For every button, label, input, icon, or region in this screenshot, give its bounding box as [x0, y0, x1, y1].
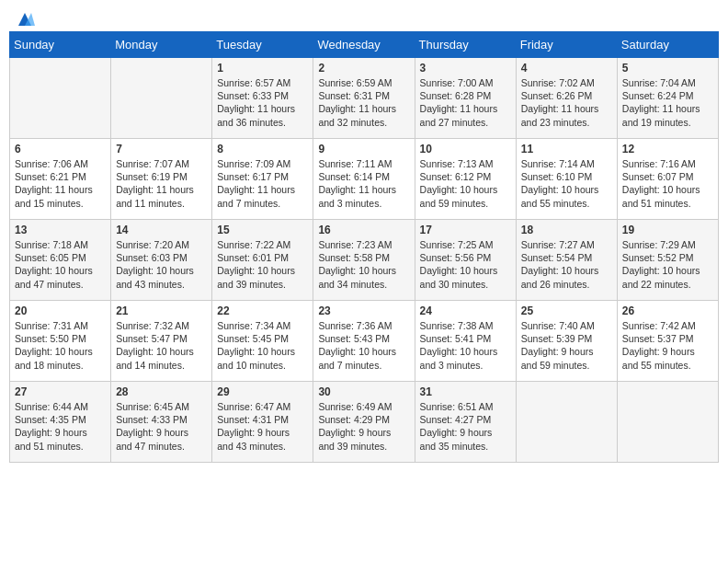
day-info: Sunrise: 7:22 AM Sunset: 6:01 PM Dayligh…	[217, 238, 308, 291]
day-number: 7	[116, 143, 207, 155]
day-info: Sunrise: 7:31 AM Sunset: 5:50 PM Dayligh…	[15, 319, 106, 372]
calendar-cell: 21Sunrise: 7:32 AM Sunset: 5:47 PM Dayli…	[111, 301, 212, 382]
day-info: Sunrise: 6:57 AM Sunset: 6:33 PM Dayligh…	[217, 76, 308, 129]
day-number: 13	[15, 224, 106, 236]
day-info: Sunrise: 7:32 AM Sunset: 5:47 PM Dayligh…	[116, 319, 207, 372]
day-info: Sunrise: 6:59 AM Sunset: 6:31 PM Dayligh…	[318, 76, 409, 129]
calendar-cell: 19Sunrise: 7:29 AM Sunset: 5:52 PM Dayli…	[617, 220, 718, 301]
day-info: Sunrise: 7:27 AM Sunset: 5:54 PM Dayligh…	[521, 238, 612, 291]
calendar-cell: 27Sunrise: 6:44 AM Sunset: 4:35 PM Dayli…	[10, 382, 111, 463]
day-number: 19	[622, 224, 713, 236]
calendar-cell: 16Sunrise: 7:23 AM Sunset: 5:58 PM Dayli…	[313, 220, 415, 301]
calendar-week-row: 27Sunrise: 6:44 AM Sunset: 4:35 PM Dayli…	[10, 382, 719, 463]
day-number: 24	[420, 304, 511, 317]
day-info: Sunrise: 7:02 AM Sunset: 6:26 PM Dayligh…	[521, 76, 612, 129]
day-info: Sunrise: 7:13 AM Sunset: 6:12 PM Dayligh…	[420, 157, 511, 210]
day-number: 6	[15, 143, 106, 155]
calendar-table: SundayMondayTuesdayWednesdayThursdayFrid…	[9, 31, 719, 463]
day-info: Sunrise: 7:29 AM Sunset: 5:52 PM Dayligh…	[622, 238, 713, 291]
weekday-header: Monday	[111, 32, 212, 58]
day-number: 17	[420, 224, 511, 236]
calendar-cell	[617, 382, 718, 463]
day-info: Sunrise: 7:06 AM Sunset: 6:21 PM Dayligh…	[15, 157, 106, 210]
day-number: 12	[622, 143, 713, 155]
calendar-cell	[10, 58, 111, 139]
day-info: Sunrise: 7:07 AM Sunset: 6:19 PM Dayligh…	[116, 157, 207, 210]
day-number: 11	[521, 143, 612, 155]
day-number: 16	[318, 224, 409, 236]
day-info: Sunrise: 7:40 AM Sunset: 5:39 PM Dayligh…	[521, 319, 612, 372]
calendar-cell: 17Sunrise: 7:25 AM Sunset: 5:56 PM Dayli…	[415, 220, 516, 301]
weekday-header: Thursday	[415, 32, 516, 58]
day-number: 22	[217, 304, 308, 317]
day-info: Sunrise: 7:14 AM Sunset: 6:10 PM Dayligh…	[521, 157, 612, 210]
day-info: Sunrise: 7:23 AM Sunset: 5:58 PM Dayligh…	[318, 238, 409, 291]
day-number: 2	[318, 62, 409, 75]
weekday-header-row: SundayMondayTuesdayWednesdayThursdayFrid…	[10, 32, 719, 58]
calendar-cell: 20Sunrise: 7:31 AM Sunset: 5:50 PM Dayli…	[10, 301, 111, 382]
calendar-cell: 24Sunrise: 7:38 AM Sunset: 5:41 PM Dayli…	[415, 301, 516, 382]
day-number: 9	[318, 143, 409, 155]
calendar-cell: 14Sunrise: 7:20 AM Sunset: 6:03 PM Dayli…	[111, 220, 212, 301]
calendar-cell: 4Sunrise: 7:02 AM Sunset: 6:26 PM Daylig…	[516, 58, 617, 139]
day-number: 30	[318, 385, 409, 398]
day-info: Sunrise: 7:20 AM Sunset: 6:03 PM Dayligh…	[116, 238, 207, 291]
calendar-cell: 26Sunrise: 7:42 AM Sunset: 5:37 PM Dayli…	[617, 301, 718, 382]
weekday-header: Saturday	[617, 32, 718, 58]
day-number: 8	[217, 143, 308, 155]
day-info: Sunrise: 6:51 AM Sunset: 4:27 PM Dayligh…	[420, 400, 511, 453]
calendar-cell: 30Sunrise: 6:49 AM Sunset: 4:29 PM Dayli…	[313, 382, 415, 463]
weekday-header: Friday	[516, 32, 617, 58]
day-number: 28	[116, 385, 207, 398]
day-number: 1	[217, 62, 308, 75]
day-info: Sunrise: 7:00 AM Sunset: 6:28 PM Dayligh…	[420, 76, 511, 129]
day-info: Sunrise: 6:49 AM Sunset: 4:29 PM Dayligh…	[318, 400, 409, 453]
day-number: 20	[15, 304, 106, 317]
weekday-header: Tuesday	[212, 32, 313, 58]
day-number: 18	[521, 224, 612, 236]
day-number: 23	[318, 304, 409, 317]
calendar-cell: 12Sunrise: 7:16 AM Sunset: 6:07 PM Dayli…	[617, 139, 718, 220]
calendar-week-row: 20Sunrise: 7:31 AM Sunset: 5:50 PM Dayli…	[10, 301, 719, 382]
calendar-cell	[516, 382, 617, 463]
calendar-cell: 11Sunrise: 7:14 AM Sunset: 6:10 PM Dayli…	[516, 139, 617, 220]
day-number: 25	[521, 304, 612, 317]
day-info: Sunrise: 7:09 AM Sunset: 6:17 PM Dayligh…	[217, 157, 308, 210]
calendar-cell: 25Sunrise: 7:40 AM Sunset: 5:39 PM Dayli…	[516, 301, 617, 382]
day-info: Sunrise: 7:16 AM Sunset: 6:07 PM Dayligh…	[622, 157, 713, 210]
day-number: 14	[116, 224, 207, 236]
calendar-cell: 23Sunrise: 7:36 AM Sunset: 5:43 PM Dayli…	[313, 301, 415, 382]
day-info: Sunrise: 6:45 AM Sunset: 4:33 PM Dayligh…	[116, 400, 207, 453]
calendar-cell: 10Sunrise: 7:13 AM Sunset: 6:12 PM Dayli…	[415, 139, 516, 220]
day-info: Sunrise: 7:34 AM Sunset: 5:45 PM Dayligh…	[217, 319, 308, 372]
day-info: Sunrise: 7:38 AM Sunset: 5:41 PM Dayligh…	[420, 319, 511, 372]
day-number: 10	[420, 143, 511, 155]
calendar-cell: 7Sunrise: 7:07 AM Sunset: 6:19 PM Daylig…	[111, 139, 212, 220]
page-header	[9, 9, 719, 26]
calendar-cell: 5Sunrise: 7:04 AM Sunset: 6:24 PM Daylig…	[617, 58, 718, 139]
day-info: Sunrise: 7:36 AM Sunset: 5:43 PM Dayligh…	[318, 319, 409, 372]
day-info: Sunrise: 7:42 AM Sunset: 5:37 PM Dayligh…	[622, 319, 713, 372]
calendar-cell: 15Sunrise: 7:22 AM Sunset: 6:01 PM Dayli…	[212, 220, 313, 301]
day-info: Sunrise: 7:11 AM Sunset: 6:14 PM Dayligh…	[318, 157, 409, 210]
calendar-cell: 9Sunrise: 7:11 AM Sunset: 6:14 PM Daylig…	[313, 139, 415, 220]
day-info: Sunrise: 7:18 AM Sunset: 6:05 PM Dayligh…	[15, 238, 106, 291]
calendar-cell: 22Sunrise: 7:34 AM Sunset: 5:45 PM Dayli…	[212, 301, 313, 382]
logo-icon	[15, 9, 35, 29]
calendar-week-row: 1Sunrise: 6:57 AM Sunset: 6:33 PM Daylig…	[10, 58, 719, 139]
calendar-cell: 2Sunrise: 6:59 AM Sunset: 6:31 PM Daylig…	[313, 58, 415, 139]
day-info: Sunrise: 6:44 AM Sunset: 4:35 PM Dayligh…	[15, 400, 106, 453]
day-number: 15	[217, 224, 308, 236]
day-info: Sunrise: 6:47 AM Sunset: 4:31 PM Dayligh…	[217, 400, 308, 453]
day-info: Sunrise: 7:04 AM Sunset: 6:24 PM Dayligh…	[622, 76, 713, 129]
calendar-cell: 31Sunrise: 6:51 AM Sunset: 4:27 PM Dayli…	[415, 382, 516, 463]
calendar-cell: 13Sunrise: 7:18 AM Sunset: 6:05 PM Dayli…	[10, 220, 111, 301]
weekday-header: Wednesday	[313, 32, 415, 58]
day-number: 5	[622, 62, 713, 75]
calendar-cell: 1Sunrise: 6:57 AM Sunset: 6:33 PM Daylig…	[212, 58, 313, 139]
calendar-week-row: 13Sunrise: 7:18 AM Sunset: 6:05 PM Dayli…	[10, 220, 719, 301]
day-number: 31	[420, 385, 511, 398]
calendar-week-row: 6Sunrise: 7:06 AM Sunset: 6:21 PM Daylig…	[10, 139, 719, 220]
day-number: 4	[521, 62, 612, 75]
day-info: Sunrise: 7:25 AM Sunset: 5:56 PM Dayligh…	[420, 238, 511, 291]
